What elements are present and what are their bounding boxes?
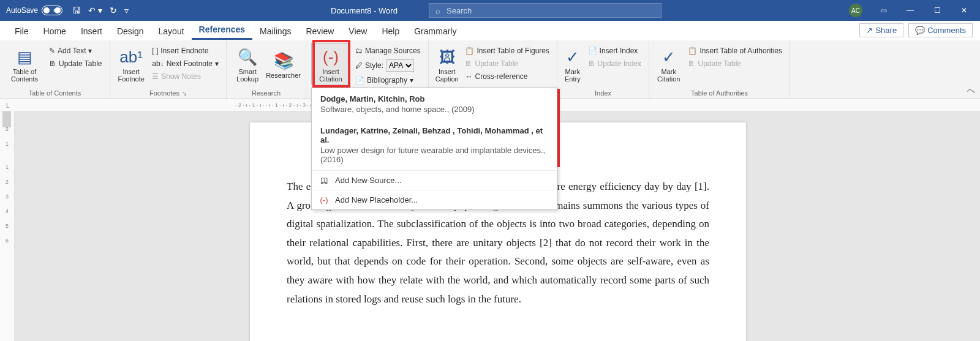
tab-selector[interactable]: L	[6, 102, 10, 109]
update-icon: 🗎	[688, 59, 695, 68]
cross-reference-button[interactable]: ↔Cross-reference	[462, 71, 552, 82]
manage-sources-button[interactable]: 🗂Manage Sources	[353, 45, 423, 56]
next-footnote-icon: ab↓	[152, 59, 164, 68]
comments-button[interactable]: 💬Comments	[908, 23, 973, 37]
share-icon: ↗	[866, 26, 873, 35]
comment-icon: 💬	[915, 26, 925, 35]
autosave-label: AutoSave	[6, 6, 38, 15]
update-table-button[interactable]: 🗎Update Table	[47, 58, 105, 69]
next-footnote-button[interactable]: ab↓Next Footnote ▾	[149, 58, 221, 69]
bibliography-icon: 📄	[355, 76, 364, 84]
redo-icon[interactable]: ↻	[110, 6, 117, 15]
undo-icon[interactable]: ↶ ▾	[88, 6, 102, 15]
group-label: Index	[562, 88, 644, 99]
caption-icon: 🖼	[439, 48, 455, 67]
mark-citation-button[interactable]: ✓ Mark Citation	[654, 43, 683, 84]
document-title: Document8 - Word	[331, 6, 398, 15]
maximize-icon[interactable]: ☐	[925, 0, 949, 21]
chevron-down-icon: ▾	[215, 59, 219, 68]
endnote-icon: [ ]	[152, 47, 158, 55]
insert-citation-button[interactable]: (-) Insert Citation	[311, 43, 350, 84]
citation-item[interactable]: Lundager, Katrine, Zeinali, Behzad , Toh…	[312, 120, 557, 170]
tab-references[interactable]: References	[192, 21, 253, 40]
style-dropdown[interactable]: APA	[386, 59, 414, 72]
search-input[interactable]: ⌕ Search	[429, 3, 662, 18]
ribbon-tabs: File Home Insert Design Layout Reference…	[0, 21, 980, 40]
qat-dropdown-icon[interactable]: ▿	[124, 6, 129, 15]
add-source-icon: 🕮	[319, 176, 329, 185]
smart-lookup-button[interactable]: 🔍 Smart Lookup	[232, 43, 263, 84]
share-button[interactable]: ↗Share	[859, 23, 903, 37]
footnote-icon: ab¹	[119, 48, 143, 67]
insert-endnote-button[interactable]: [ ]Insert Endnote	[149, 45, 221, 56]
citation-source: Software, objects, and home space., (200…	[320, 105, 548, 114]
minimize-icon[interactable]: ―	[898, 0, 922, 21]
tab-grammarly[interactable]: Grammarly	[407, 23, 464, 40]
smart-lookup-icon: 🔍	[238, 48, 257, 67]
style-select[interactable]: 🖊Style: APA	[353, 58, 423, 73]
add-placeholder-icon: (-)	[319, 195, 329, 204]
insert-footnote-button[interactable]: ab¹ Insert Footnote	[115, 43, 147, 84]
insert-caption-button[interactable]: 🖼 Insert Caption	[434, 43, 460, 84]
figures-icon: 📋	[465, 47, 474, 55]
group-label: Table of Contents	[5, 88, 105, 99]
researcher-icon: 📚	[274, 51, 293, 70]
citation-item[interactable]: Dodge, Martin, Kitchin, Rob Software, ob…	[312, 88, 557, 120]
toc-icon: ▤	[17, 48, 32, 67]
chevron-down-icon: ▾	[88, 47, 92, 55]
update-table-figures-button[interactable]: 🗎Update Table	[462, 58, 552, 69]
update-icon: 🗎	[49, 59, 56, 68]
search-icon: ⌕	[435, 6, 440, 15]
tab-mailings[interactable]: Mailings	[252, 23, 298, 40]
collapse-ribbon-icon[interactable]: へ	[967, 85, 975, 96]
insert-table-figures-button[interactable]: 📋Insert Table of Figures	[462, 45, 552, 56]
crossref-icon: ↔	[465, 72, 472, 81]
group-label: Footnotes↘	[115, 88, 221, 99]
mark-entry-button[interactable]: ✓ Mark Entry	[562, 43, 583, 84]
mark-entry-icon: ✓	[566, 48, 579, 67]
tab-view[interactable]: View	[341, 23, 374, 40]
style-icon: 🖊	[355, 61, 363, 70]
group-label: Table of Authorities	[654, 88, 785, 99]
insert-index-icon: 📄	[588, 47, 597, 55]
table-of-contents-button[interactable]: ▤ Table of Contents	[5, 43, 44, 84]
tab-home[interactable]: Home	[36, 23, 74, 40]
user-avatar[interactable]: AC	[849, 4, 862, 17]
save-icon[interactable]: 🖫	[72, 6, 81, 15]
search-placeholder: Search	[447, 6, 472, 15]
add-text-icon: ✎	[49, 47, 55, 55]
dialog-launcher-icon[interactable]: ↘	[182, 90, 187, 97]
toa-icon: 📋	[688, 47, 697, 55]
add-new-source-button[interactable]: 🕮 Add New Source...	[312, 170, 557, 190]
tab-design[interactable]: Design	[110, 23, 151, 40]
tab-file[interactable]: File	[7, 23, 36, 40]
group-label: Research	[232, 88, 301, 99]
show-notes-button[interactable]: ☰Show Notes	[149, 71, 221, 82]
close-icon[interactable]: ✕	[952, 0, 976, 21]
tab-layout[interactable]: Layout	[151, 23, 192, 40]
update-toa-button[interactable]: 🗎Update Table	[685, 58, 785, 69]
update-icon: 🗎	[588, 59, 595, 68]
insert-citation-dropdown: Dodge, Martin, Kitchin, Rob Software, ob…	[311, 88, 557, 210]
ribbon-display-icon[interactable]: ▭	[871, 0, 895, 21]
citation-source: Low power design for future wearable and…	[320, 146, 548, 164]
update-icon: 🗎	[465, 59, 472, 68]
tab-insert[interactable]: Insert	[74, 23, 110, 40]
tab-review[interactable]: Review	[298, 23, 341, 40]
citation-icon: (-)	[323, 48, 339, 67]
bibliography-button[interactable]: 📄Bibliography ▾	[353, 75, 423, 86]
vertical-ruler[interactable]: 2 1 1 2 3 4 5 6	[0, 111, 15, 341]
update-index-button[interactable]: 🗎Update Index	[586, 58, 644, 69]
researcher-button[interactable]: 📚 Researcher	[266, 43, 301, 84]
show-notes-icon: ☰	[152, 72, 159, 81]
insert-index-button[interactable]: 📄Insert Index	[586, 45, 644, 56]
titlebar: AutoSave Off 🖫 ↶ ▾ ↻ ▿ Document8 - Word …	[0, 0, 980, 21]
autosave-toggle[interactable]: AutoSave Off	[6, 6, 62, 15]
chevron-down-icon: ▾	[410, 76, 413, 84]
add-text-button[interactable]: ✎Add Text ▾	[47, 45, 105, 56]
manage-sources-icon: 🗂	[355, 47, 363, 55]
citation-authors: Lundager, Katrine, Zeinali, Behzad , Toh…	[320, 126, 548, 144]
insert-toa-button[interactable]: 📋Insert Table of Authorities	[685, 45, 785, 56]
add-new-placeholder-button[interactable]: (-) Add New Placeholder...	[312, 190, 557, 209]
tab-help[interactable]: Help	[374, 23, 407, 40]
